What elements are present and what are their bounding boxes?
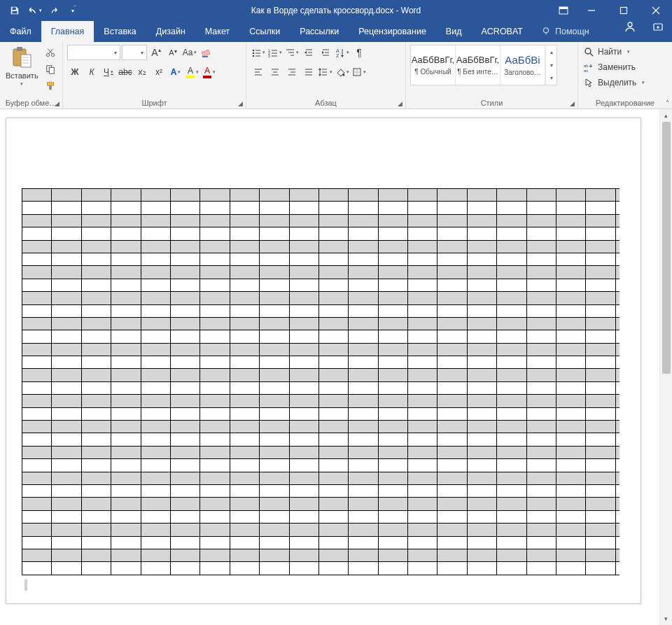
table-cell[interactable] [289,433,318,446]
table-cell[interactable] [318,562,348,575]
table-cell[interactable] [260,189,289,202]
table-cell[interactable] [52,356,81,369]
table-cell[interactable] [170,266,200,279]
table-cell[interactable] [497,292,526,304]
table-cell[interactable] [556,266,586,279]
table-cell[interactable] [378,330,407,343]
table-cell[interactable] [556,498,586,510]
table-cell[interactable] [230,240,259,253]
table-cell[interactable] [22,498,52,510]
table-cell[interactable] [141,395,170,407]
table-cell[interactable] [170,472,200,484]
table-cell[interactable] [438,330,467,343]
table-cell[interactable] [318,292,348,304]
table-cell[interactable] [586,381,615,394]
table-cell[interactable] [289,253,318,265]
table-cell[interactable] [408,292,438,304]
table-cell[interactable] [111,202,141,214]
table-cell[interactable] [586,484,615,497]
table-cell[interactable] [438,266,467,279]
table-cell[interactable] [408,266,438,279]
redo-button[interactable] [45,2,63,19]
table-cell[interactable] [408,498,438,510]
table-cell[interactable] [408,189,438,202]
table-cell[interactable] [438,214,467,227]
table-cell[interactable] [260,524,289,536]
table-cell[interactable] [526,317,556,330]
table-cell[interactable] [526,356,556,369]
table-cell[interactable] [289,330,318,343]
table-cell[interactable] [497,253,526,265]
table-cell[interactable] [467,562,496,575]
table-cell[interactable] [111,484,141,497]
table-cell[interactable] [526,343,556,356]
table-cell[interactable] [81,524,111,536]
table-cell[interactable] [52,510,81,523]
table-cell[interactable] [111,510,141,523]
table-cell[interactable] [170,304,200,317]
table-cell[interactable] [230,562,259,575]
shading-button[interactable] [335,64,350,80]
table-cell[interactable] [170,369,200,381]
table-cell[interactable] [200,407,230,420]
table-cell[interactable] [497,536,526,549]
select-button[interactable]: Выделить ▾ [582,76,646,90]
table-cell[interactable] [318,369,348,381]
table-cell[interactable] [52,446,81,458]
table-cell[interactable] [52,484,81,497]
table-cell[interactable] [81,407,111,420]
table-cell[interactable] [200,266,230,279]
table-cell[interactable] [349,395,378,407]
table-cell[interactable] [170,343,200,356]
table-cell[interactable] [318,304,348,317]
table-cell[interactable] [81,510,111,523]
table-cell[interactable] [556,421,586,433]
tab-references[interactable]: Ссылки [239,21,290,42]
table-cell[interactable] [408,536,438,549]
table-cell[interactable] [408,549,438,561]
cut-button[interactable] [43,45,58,60]
table-cell[interactable] [526,369,556,381]
table-cell[interactable] [526,266,556,279]
table-cell[interactable] [111,381,141,394]
table-cell[interactable] [467,317,496,330]
table-cell[interactable] [260,472,289,484]
table-cell[interactable] [349,266,378,279]
table-cell[interactable] [289,498,318,510]
table-cell[interactable] [81,549,111,561]
table-cell[interactable] [438,562,467,575]
table-cell[interactable] [52,317,81,330]
table-cell[interactable] [141,446,170,458]
table-cell[interactable] [556,472,586,484]
table-cell[interactable] [556,549,586,561]
table-cell[interactable] [200,240,230,253]
table-cell[interactable] [230,343,259,356]
table-cell[interactable] [260,395,289,407]
table-cell[interactable] [22,214,52,227]
style-normal[interactable]: АаБбВвГг, ¶ Обычный [411,45,456,85]
table-cell[interactable] [349,317,378,330]
table-cell[interactable] [378,266,407,279]
table-cell[interactable] [438,395,467,407]
table-cell[interactable] [81,343,111,356]
table-cell[interactable] [586,407,615,420]
table-cell[interactable] [230,549,259,561]
table-cell[interactable] [141,292,170,304]
table-cell[interactable] [526,202,556,214]
table-cell[interactable] [230,536,259,549]
table-cell[interactable] [111,472,141,484]
table-cell[interactable] [349,240,378,253]
table-cell[interactable] [52,395,81,407]
table-cell[interactable] [438,343,467,356]
subscript-button[interactable]: x₂ [134,64,150,80]
table-cell[interactable] [200,395,230,407]
table-cell[interactable] [378,562,407,575]
table-cell[interactable] [586,343,615,356]
table-cell[interactable] [556,202,586,214]
table-cell[interactable] [230,304,259,317]
table-cell[interactable] [556,459,586,472]
table-cell[interactable] [438,510,467,523]
justify-button[interactable] [301,64,316,80]
table-cell[interactable] [586,304,615,317]
table-cell[interactable] [408,227,438,240]
